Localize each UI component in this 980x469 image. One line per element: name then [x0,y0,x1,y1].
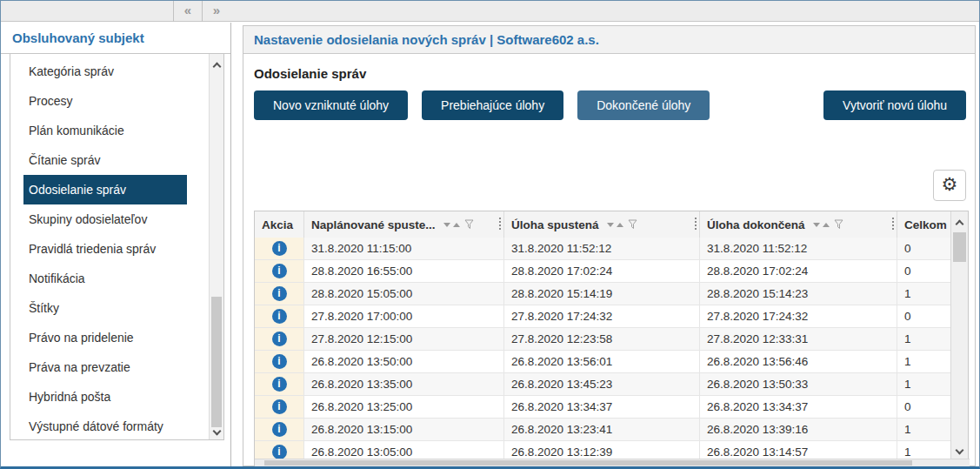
cell-finished: 28.8.2020 15:14:23 [700,283,897,305]
sidebar: Obsluhovaný subjekt Kategória správProce… [1,23,231,466]
section-title: Odosielanie správ [254,66,966,81]
sidebar-item-10[interactable]: Práva na prevzatie [23,352,187,382]
cell-total: 1 [897,351,950,373]
column-header-planned[interactable]: Naplánované spuste... [304,211,504,238]
sidebar-item-8[interactable]: Štítky [23,293,187,323]
main-content: Odosielanie správ Novo vzniknuté úlohyPr… [243,54,975,466]
sidebar-item-6[interactable]: Pravidlá triedenia správ [23,234,187,264]
scroll-down-icon[interactable] [210,422,223,436]
sidebar-item-1[interactable]: Procesy [23,86,187,116]
column-header-started[interactable]: Úloha spustená [504,211,700,238]
cell-planned: 26.8.2020 13:15:00 [304,419,504,441]
grid-vertical-scrollbar[interactable] [950,211,968,459]
cell-finished: 26.8.2020 13:39:16 [700,419,897,441]
scroll-down-icon[interactable] [951,441,968,455]
table-row[interactable]: i 28.8.2020 15:05:00 28.8.2020 15:14:19 … [255,283,950,305]
sidebar-item-2[interactable]: Plán komunikácie [23,116,187,145]
info-icon[interactable]: i [272,332,287,346]
table-row[interactable]: i 28.8.2020 16:55:00 28.8.2020 17:02:24 … [255,260,950,283]
cell-finished: 26.8.2020 13:56:46 [700,351,897,373]
sidebar-item-9[interactable]: Právo na pridelenie [23,323,187,352]
filter-icon[interactable] [834,219,843,230]
cell-started: 26.8.2020 13:12:39 [504,441,700,459]
column-header-finished[interactable]: Úloha dokončená [700,211,897,238]
table-row[interactable]: i 26.8.2020 13:05:00 26.8.2020 13:12:39 … [255,441,950,459]
row-action-cell: i [255,373,304,396]
sort-asc-icon[interactable] [453,223,460,227]
info-icon[interactable]: i [272,354,287,369]
sidebar-nav-box: Kategória správProcesyPlán komunikácieČí… [10,54,224,440]
sidebar-item-11[interactable]: Hybridná pošta [23,382,187,412]
table-row[interactable]: i 26.8.2020 13:15:00 26.8.2020 13:23:41 … [255,419,950,441]
cell-total: 1 [897,328,950,351]
table-row[interactable]: i 31.8.2020 11:15:00 31.8.2020 11:52:12 … [255,238,950,260]
info-icon[interactable]: i [272,241,287,256]
cell-total: 1 [897,441,950,459]
filter-icon[interactable] [464,219,474,230]
collapse-right-icon[interactable]: » [202,1,230,22]
sidebar-scrollbar-thumb[interactable] [211,297,222,427]
cell-started: 28.8.2020 15:14:19 [504,283,700,305]
cell-planned: 26.8.2020 13:50:00 [304,351,504,373]
cell-total: 1 [897,373,950,396]
page-title: Nastavenie odosielania nových správ | So… [243,26,975,54]
sidebar-item-4[interactable]: Odosielanie správ [23,175,187,204]
grid-hscroll-thumb[interactable] [264,460,912,466]
cell-planned: 28.8.2020 15:05:00 [304,283,504,305]
sort-desc-icon[interactable] [813,223,820,227]
cell-total: 0 [897,238,950,260]
info-icon[interactable]: i [272,422,287,437]
cell-total: 0 [897,396,950,419]
table-row[interactable]: i 26.8.2020 13:35:00 26.8.2020 13:45:23 … [255,373,950,396]
sort-desc-icon[interactable] [607,223,614,227]
main-panel: Nastavenie odosielania nových správ | So… [243,25,976,466]
row-action-cell: i [255,328,304,351]
cell-started: 26.8.2020 13:23:41 [504,419,700,441]
scroll-up-icon[interactable] [210,57,223,71]
table-row[interactable]: i 27.8.2020 12:15:00 27.8.2020 12:23:58 … [255,328,950,351]
info-icon[interactable]: i [272,399,287,414]
sidebar-item-7[interactable]: Notifikácia [23,264,187,293]
gear-icon[interactable]: ⚙ [933,170,966,201]
cell-started: 27.8.2020 12:23:58 [504,328,700,351]
sort-desc-icon[interactable] [443,223,450,227]
table-row[interactable]: i 27.8.2020 17:00:00 27.8.2020 17:24:32 … [255,305,950,328]
column-header-celkom[interactable]: Celkom [897,211,950,238]
info-icon[interactable]: i [272,264,287,278]
filter-icon[interactable] [628,219,637,230]
table-row[interactable]: i 26.8.2020 13:50:00 26.8.2020 13:56:01 … [255,351,950,373]
sort-asc-icon[interactable] [617,223,623,227]
cell-started: 26.8.2020 13:56:01 [504,351,700,373]
table-row[interactable]: i 26.8.2020 13:25:00 26.8.2020 13:34:37 … [255,396,950,419]
scroll-left-icon[interactable] [257,460,263,466]
task-filter-button-2[interactable]: Dokončené úlohy [577,90,710,120]
task-filter-button-0[interactable]: Novo vzniknuté úlohy [254,90,408,120]
cell-started: 31.8.2020 11:52:12 [504,238,700,260]
sidebar-item-3[interactable]: Čítanie správ [23,145,187,175]
panel-collapse-controls: « » [173,1,230,22]
sidebar-item-0[interactable]: Kategória správ [23,57,187,86]
info-icon[interactable]: i [272,309,287,324]
sidebar-item-12[interactable]: Výstupné dátové formáty [23,412,187,440]
column-label: Celkom [904,212,947,238]
cell-planned: 27.8.2020 17:00:00 [304,305,504,328]
info-icon[interactable]: i [272,377,287,392]
scroll-up-icon[interactable] [951,215,968,229]
info-icon[interactable]: i [272,286,287,301]
cell-started: 26.8.2020 13:45:23 [504,373,700,396]
cell-finished: 27.8.2020 17:24:32 [700,305,897,328]
sidebar-scrollbar[interactable] [209,54,223,439]
info-icon[interactable]: i [272,445,287,459]
app-window: « » Obsluhovaný subjekt Kategória správP… [0,0,980,469]
cell-finished: 26.8.2020 13:50:33 [700,373,897,396]
cell-planned: 26.8.2020 13:05:00 [304,441,504,459]
grid-horizontal-scrollbar[interactable] [255,459,970,466]
create-task-button[interactable]: Vytvoriť novú úlohu [823,90,966,120]
scroll-right-icon[interactable] [962,460,968,466]
cell-total: 0 [897,305,950,328]
collapse-left-icon[interactable]: « [173,1,202,22]
grid-vscroll-thumb[interactable] [953,232,966,262]
sidebar-item-5[interactable]: Skupiny odosielateľov [23,204,187,234]
sort-asc-icon[interactable] [823,223,830,227]
task-filter-button-1[interactable]: Prebiehajúce úlohy [422,90,563,120]
